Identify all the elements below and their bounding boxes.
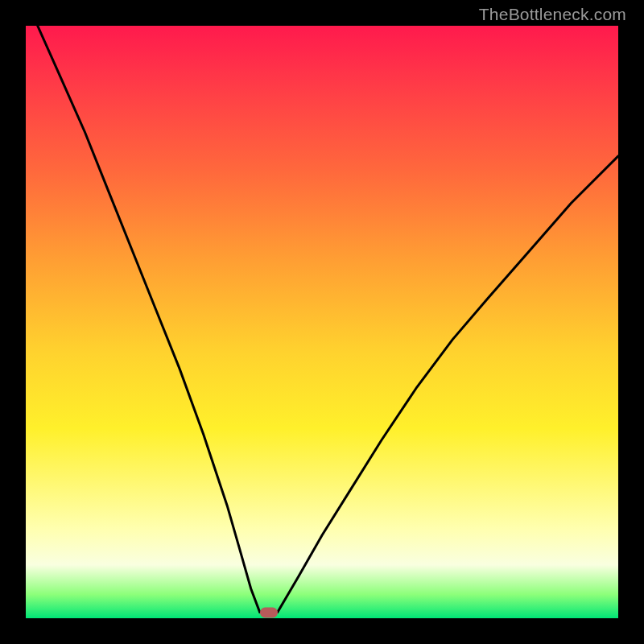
bottleneck-curve — [26, 26, 618, 618]
watermark-text: TheBottleneck.com — [479, 5, 626, 24]
outer-frame: TheBottleneck.com — [0, 0, 644, 644]
optimal-marker — [260, 607, 278, 617]
plot-area — [26, 26, 618, 618]
